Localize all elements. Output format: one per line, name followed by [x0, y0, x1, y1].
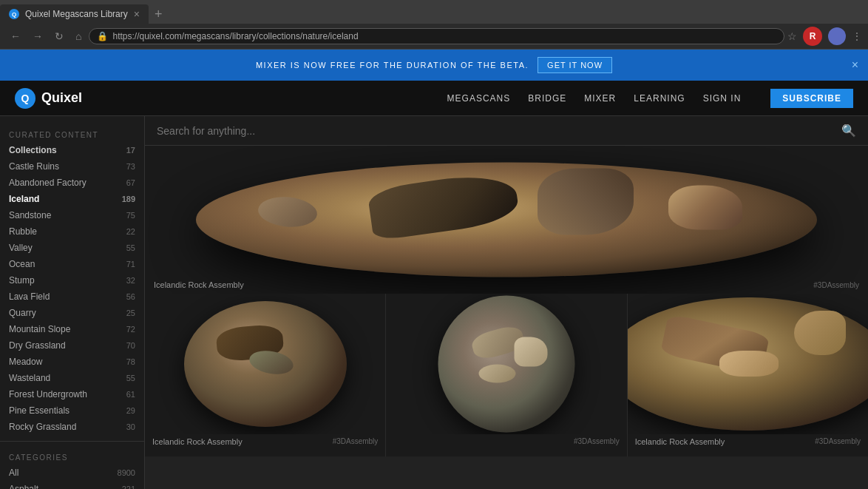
bookmark-icon[interactable]: ☆: [787, 30, 797, 42]
sidebar-item-abandoned-factory[interactable]: Abandoned Factory 67: [0, 175, 144, 191]
sidebar-item-pine-essentials[interactable]: Pine Essentials 29: [0, 402, 144, 419]
large-item-caption: Icelandic Rock Assembly #3DAssembly: [145, 276, 868, 294]
browser-right-icons: ☆ R ⋮: [787, 27, 862, 46]
sidebar-item-lava-field[interactable]: Lava Field 56: [0, 289, 144, 305]
nav-megascans[interactable]: MEGASCANS: [447, 93, 511, 104]
rock-detail-4: [668, 186, 742, 230]
sidebar-count: 56: [126, 292, 135, 301]
main-layout: CURATED CONTENT Collections 17 Castle Ru…: [0, 116, 868, 489]
logo-icon: Q: [15, 88, 35, 109]
tab-bar: Q Quixel Megascans Library × +: [0, 0, 868, 24]
collections-header[interactable]: Collections 17: [0, 142, 144, 158]
grid-item-3-title: Icelandic Rock Assembly: [635, 437, 725, 446]
sidebar-count: 61: [126, 390, 135, 399]
back-button[interactable]: ←: [6, 29, 25, 44]
grid-item-1-title: Icelandic Rock Assembly: [152, 437, 243, 446]
curated-content-title: CURATED CONTENT: [0, 125, 144, 142]
categories-title: CATEGORIES: [0, 448, 144, 465]
sidebar-label: Quarry: [9, 308, 36, 318]
sidebar-label: Mountain Slope: [9, 324, 70, 334]
sidebar-item-meadow[interactable]: Meadow 78: [0, 354, 144, 370]
sidebar-item-rocky-grassland[interactable]: Rocky Grassland 30: [0, 419, 144, 435]
tab-close-button[interactable]: ×: [134, 8, 140, 20]
large-item-title: Icelandic Rock Assembly: [154, 280, 244, 289]
sidebar: CURATED CONTENT Collections 17 Castle Ru…: [0, 116, 145, 489]
sidebar-item-wasteland[interactable]: Wasteland 55: [0, 370, 144, 386]
announcement-close-button[interactable]: ×: [852, 58, 859, 72]
home-button[interactable]: ⌂: [71, 29, 86, 44]
sidebar-label: Iceland: [9, 194, 39, 204]
browser-avatar[interactable]: [828, 27, 846, 45]
rock-detail-3: [257, 195, 318, 229]
grid-item-3-caption: Icelandic Rock Assembly #3DAssembly: [628, 434, 868, 449]
nav-mixer[interactable]: MIXER: [584, 93, 616, 104]
sidebar-label: Dry Grassland: [9, 340, 66, 351]
browser-extension-icon[interactable]: R: [803, 27, 822, 46]
sidebar-count: 29: [126, 406, 135, 415]
sidebar-count: 55: [126, 374, 135, 382]
sidebar-count: 75: [126, 211, 135, 220]
grid-item-1-caption: Icelandic Rock Assembly #3DAssembly: [145, 434, 385, 449]
address-bar[interactable]: 🔒 https://quixel.com/megascans/library/c…: [89, 28, 784, 44]
logo-text: Quixel: [41, 90, 82, 106]
large-rock-shape: [196, 163, 817, 277]
sidebar-count: 70: [126, 341, 135, 350]
reload-button[interactable]: ↻: [50, 29, 68, 44]
content-area: 🔍 Icelandic Rock Assembly #3DA: [145, 116, 868, 489]
sidebar-item-rubble[interactable]: Rubble 22: [0, 223, 144, 240]
sidebar-item-iceland[interactable]: Iceland 189: [0, 191, 144, 207]
sidebar-label: Rocky Grassland: [9, 422, 76, 432]
sidebar-item-all[interactable]: All 8900: [0, 465, 144, 481]
get-it-now-button[interactable]: GET IT NOW: [538, 57, 612, 73]
sidebar-label: Pine Essentials: [9, 405, 69, 416]
new-tab-button[interactable]: +: [149, 7, 169, 22]
sidebar-item-sandstone[interactable]: Sandstone 75: [0, 207, 144, 223]
sidebar-item-mountain-slope[interactable]: Mountain Slope 72: [0, 321, 144, 337]
sidebar-item-stump[interactable]: Stump 32: [0, 272, 144, 289]
browser-controls: ← → ↻ ⌂ 🔒 https://quixel.com/megascans/l…: [0, 24, 868, 49]
grid-item-2-img: [386, 294, 626, 434]
search-icon[interactable]: 🔍: [841, 124, 856, 138]
sidebar-item-quarry[interactable]: Quarry 25: [0, 305, 144, 321]
sidebar-count: 25: [126, 308, 135, 317]
sidebar-item-valley[interactable]: Valley 55: [0, 240, 144, 256]
nav-signin[interactable]: SIGN IN: [703, 93, 742, 104]
sidebar-label: Rubble: [9, 226, 37, 237]
forward-button[interactable]: →: [28, 29, 47, 44]
tab-title: Quixel Megascans Library: [25, 9, 128, 19]
grid-item-1[interactable]: Icelandic Rock Assembly #3DAssembly: [145, 294, 386, 456]
grid-item-1-img: [145, 294, 385, 434]
sidebar-count: 221: [122, 485, 135, 489]
nav-bridge[interactable]: BRIDGE: [528, 93, 566, 104]
large-grid-item[interactable]: Icelandic Rock Assembly #3DAssembly: [145, 146, 868, 294]
sidebar-divider: [0, 441, 144, 442]
nav-links: MEGASCANS BRIDGE MIXER LEARNING SIGN IN …: [447, 89, 853, 108]
nav-learning[interactable]: LEARNING: [634, 93, 685, 104]
sidebar-item-castle-ruins[interactable]: Castle Ruins 73: [0, 158, 144, 175]
grid-item-2[interactable]: #3DAssembly: [386, 294, 627, 456]
sidebar-label: Castle Ruins: [9, 161, 59, 172]
sidebar-count: 32: [126, 276, 135, 285]
search-bar-container: 🔍: [145, 116, 868, 146]
grid-item-2-tag: #3DAssembly: [574, 437, 620, 445]
sidebar-item-dry-grassland[interactable]: Dry Grassland 70: [0, 337, 144, 354]
sidebar-count: 73: [126, 162, 135, 171]
browser-chrome: Q Quixel Megascans Library × + ← → ↻ ⌂ 🔒…: [0, 0, 868, 50]
sidebar-item-ocean[interactable]: Ocean 71: [0, 256, 144, 272]
top-nav: Q Quixel MEGASCANS BRIDGE MIXER LEARNING…: [0, 81, 868, 116]
search-input[interactable]: [157, 125, 841, 137]
sidebar-item-forest-undergrowth[interactable]: Forest Undergrowth 61: [0, 386, 144, 402]
grid-item-3[interactable]: Icelandic Rock Assembly #3DAssembly: [628, 294, 868, 456]
url-text: https://quixel.com/megascans/library/col…: [112, 31, 358, 41]
subscribe-button[interactable]: SUBSCRIBE: [770, 89, 853, 108]
sidebar-count: 71: [126, 260, 135, 269]
active-tab[interactable]: Q Quixel Megascans Library ×: [0, 4, 149, 24]
sidebar-label: Ocean: [9, 259, 35, 269]
sidebar-count: 67: [126, 178, 135, 187]
menu-icon[interactable]: ⋮: [852, 30, 862, 42]
grid-item-1-tag: #3DAssembly: [333, 437, 379, 446]
sidebar-item-asphalt[interactable]: Asphalt 221: [0, 481, 144, 489]
sidebar-label: Abandoned Factory: [9, 178, 87, 188]
sidebar-count: 22: [126, 227, 135, 236]
announcement-text: MIXER IS NOW FREE FOR THE DURATION OF TH…: [256, 61, 529, 70]
